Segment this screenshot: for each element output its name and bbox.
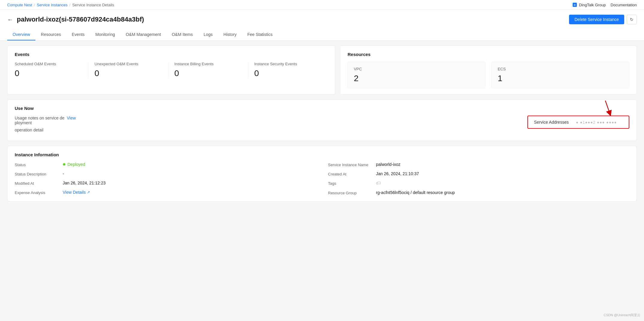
usage-view-link[interactable]: View [67, 116, 76, 125]
event-label-unexpected: Unexpected O&M Events [94, 62, 162, 66]
event-item-unexpected: Unexpected O&M Events 0 [94, 62, 168, 78]
status-label: Status [15, 162, 63, 167]
event-label-scheduled: Scheduled O&M Events [15, 62, 82, 66]
resource-label-vpc: VPC [354, 67, 479, 71]
refresh-icon: ↻ [630, 17, 634, 22]
breadcrumb-service-instances[interactable]: Service Instances [37, 3, 68, 7]
instance-name-value: palworld-ixoz [376, 162, 629, 167]
use-now-operation-row: operation detail [15, 128, 76, 132]
created-at-label: Created At [328, 171, 376, 176]
status-desc-label: Status Description [15, 171, 63, 176]
tab-events[interactable]: Events [66, 29, 90, 40]
resource-label-ecs: ECS [498, 67, 623, 71]
main-content: Events Scheduled O&M Events 0 Unexpected… [0, 41, 644, 206]
service-addresses-label: Service Addresses [534, 120, 569, 125]
svg-line-2 [605, 101, 610, 113]
info-row-created: Created At Jan 26, 2024, 21:10:37 [328, 171, 629, 176]
instance-name-label: Service Instance Name [328, 162, 376, 167]
events-card: Events Scheduled O&M Events 0 Unexpected… [7, 46, 335, 95]
info-row-resource-group: Resource Group rg-acfnt56lnf5ociq / defa… [328, 190, 629, 195]
event-label-security: Instance Security Events [254, 62, 322, 66]
delete-service-instance-button[interactable]: Delete Service Instance [569, 15, 624, 24]
info-row-status-desc: Status Description - [15, 171, 316, 176]
top-bar: Compute Nest / Service Instances / Servi… [0, 0, 644, 10]
modified-at-value: Jan 26, 2024, 21:12:23 [63, 181, 316, 185]
top-right-actions: D DingTalk Group Documentation [572, 2, 637, 7]
red-arrow-annotation [596, 99, 614, 116]
external-link-icon: ↗ [87, 190, 90, 194]
resources-card: Resources VPC 2 ECS 1 [340, 46, 637, 95]
status-dot [63, 163, 66, 166]
dingtalk-group-link[interactable]: D DingTalk Group [572, 2, 606, 7]
operation-detail-label: operation detail [15, 128, 43, 132]
tab-history[interactable]: History [218, 29, 242, 40]
event-value-unexpected: 0 [94, 69, 162, 78]
tabs: Overview Resources Events Monitoring O&M… [7, 29, 637, 40]
event-item-billing: Instance Billing Events 0 [174, 62, 248, 78]
resource-value-vpc: 2 [354, 74, 479, 83]
event-item-security: Instance Security Events 0 [254, 62, 328, 78]
events-grid: Scheduled O&M Events 0 Unexpected O&M Ev… [15, 62, 328, 78]
status-value: Deployed [63, 162, 316, 167]
resources-grid: VPC 2 ECS 1 [347, 62, 629, 88]
tab-monitoring[interactable]: Monitoring [90, 29, 120, 40]
header-actions: Delete Service Instance ↻ [569, 15, 637, 24]
expense-view-details-link[interactable]: View Details ↗ [63, 190, 90, 195]
event-value-billing: 0 [174, 69, 242, 78]
info-row-status: Status Deployed [15, 162, 316, 167]
breadcrumb-current: Service Instance Details [72, 3, 114, 7]
documentation-link[interactable]: Documentation [611, 3, 637, 7]
info-right-col: Service Instance Name palworld-ixoz Crea… [328, 162, 629, 195]
tab-om-items[interactable]: O&M Items [166, 29, 198, 40]
event-item-scheduled: Scheduled O&M Events 0 [15, 62, 88, 78]
page-header: ← palworld-ixoz(si-578607d924ca4b84a3bf)… [0, 10, 644, 41]
status-desc-value: - [63, 171, 316, 176]
resources-card-title: Resources [347, 52, 629, 57]
use-now-card-title: Use Now [15, 106, 629, 111]
events-card-title: Events [15, 52, 328, 57]
tab-logs[interactable]: Logs [198, 29, 218, 40]
use-now-usage-row: Usage notes on service deployment View [15, 116, 76, 125]
created-at-value: Jan 26, 2024, 21:10:37 [376, 171, 629, 176]
info-row-modified: Modified At Jan 26, 2024, 21:12:23 [15, 181, 316, 186]
page-title: ← palworld-ixoz(si-578607d924ca4b84a3bf) [7, 16, 144, 23]
use-now-right: Service Addresses ● ●1●●●2 ●●● ●●●● [527, 116, 629, 129]
info-row-expense: Expense Analysis View Details ↗ [15, 190, 316, 195]
events-resources-row: Events Scheduled O&M Events 0 Unexpected… [7, 46, 637, 95]
instance-info-grid: Status Deployed Status Description - Mod… [15, 162, 629, 195]
dingtalk-icon: D [572, 2, 577, 7]
breadcrumb-compute-nest[interactable]: Compute Nest [7, 3, 32, 7]
use-now-card: Use Now Usage notes on service deploymen… [7, 99, 637, 141]
instance-info-card: Instance Information Status Deployed Sta… [7, 146, 637, 202]
page-title-row: ← palworld-ixoz(si-578607d924ca4b84a3bf)… [7, 15, 637, 24]
resource-group-value: rg-acfnt56lnf5ociq / default resource gr… [376, 190, 629, 195]
event-value-scheduled: 0 [15, 69, 82, 78]
info-left-col: Status Deployed Status Description - Mod… [15, 162, 316, 195]
tab-om-management[interactable]: O&M Management [120, 29, 166, 40]
breadcrumb: Compute Nest / Service Instances / Servi… [7, 3, 114, 7]
service-address-box: Service Addresses ● ●1●●●2 ●●● ●●●● [527, 116, 629, 129]
tags-label: Tags [328, 181, 376, 186]
modified-at-label: Modified At [15, 181, 63, 186]
use-now-content: Usage notes on service deployment View o… [15, 116, 629, 135]
tab-fee-statistics[interactable]: Fee Statistics [242, 29, 278, 40]
info-row-instance-name: Service Instance Name palworld-ixoz [328, 162, 629, 167]
event-label-billing: Instance Billing Events [174, 62, 242, 66]
resource-item-vpc: VPC 2 [347, 62, 485, 88]
back-button[interactable]: ← [7, 16, 13, 23]
tag-icon: 🏷 [376, 181, 629, 186]
refresh-button[interactable]: ↻ [627, 15, 637, 24]
tab-resources[interactable]: Resources [35, 29, 66, 40]
use-now-left: Usage notes on service deployment View o… [15, 116, 76, 135]
instance-info-title: Instance Information [15, 152, 629, 157]
expense-label: Expense Analysis [15, 190, 63, 195]
svg-text:D: D [574, 4, 576, 6]
service-address-value: ● ●1●●●2 ●●● ●●●● [576, 120, 617, 125]
info-row-tags: Tags 🏷 [328, 181, 629, 186]
resource-group-label: Resource Group [328, 190, 376, 195]
resource-value-ecs: 1 [498, 74, 623, 83]
resource-item-ecs: ECS 1 [491, 62, 629, 88]
tab-overview[interactable]: Overview [7, 29, 35, 40]
event-value-security: 0 [254, 69, 322, 78]
usage-notes-label: Usage notes on service deployment [15, 116, 64, 125]
